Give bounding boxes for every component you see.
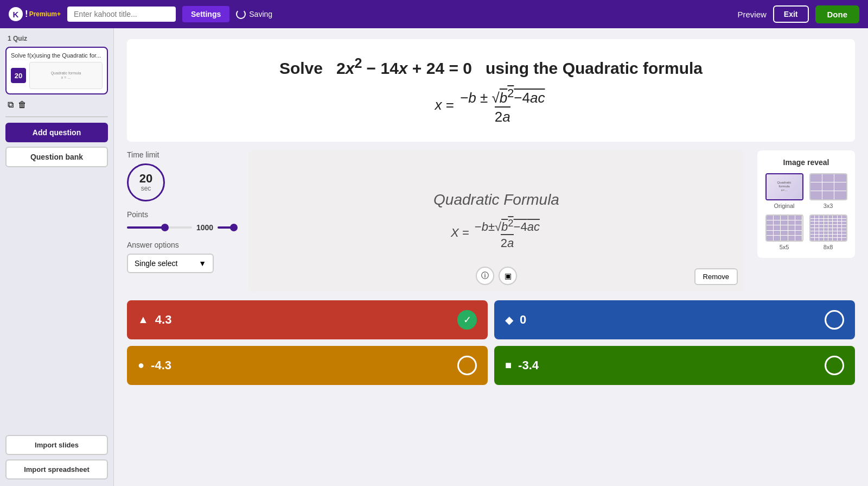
answer-left-2: ◆ 0	[505, 313, 526, 327]
checkmark-icon: ✓	[463, 314, 471, 326]
slider-track-right[interactable]	[218, 226, 234, 229]
time-unit: sec	[141, 185, 151, 192]
answer-text-3: -4.3	[151, 358, 171, 373]
copy-icon[interactable]: ⧉	[8, 100, 14, 110]
saving-indicator: Saving	[236, 9, 272, 19]
slider-thumb-right[interactable]	[230, 224, 238, 231]
question-bank-button[interactable]: Question bank	[5, 147, 108, 167]
controls-row: Time limit 20 sec Points 1000	[127, 150, 855, 292]
answers-grid: ▲ 4.3 ✓ ◆ 0 ● -4.3	[127, 300, 855, 385]
formula-image: Quadratic Formula X = −b±√b2−4ac 2a	[433, 191, 559, 250]
answer-check-2[interactable]	[825, 310, 844, 330]
question-box: Solve 2x2 − 14x + 24 = 0 using the Quadr…	[127, 39, 855, 142]
image-container: Quadratic Formula X = −b±√b2−4ac 2a ⓘ ▣ …	[248, 150, 744, 292]
controls-left: Time limit 20 sec Points 1000	[127, 150, 235, 273]
slider-thumb[interactable]	[161, 224, 169, 231]
time-limit-group: Time limit 20 sec	[127, 150, 235, 201]
logo-k-icon: K	[9, 7, 23, 21]
answer-left-3: ● -4.3	[138, 358, 171, 373]
quiz-label: 1 Quiz	[5, 35, 108, 42]
slider-track[interactable]	[127, 226, 192, 229]
logo-text: !	[25, 9, 28, 20]
question-card-preview: 20 Quadratic formulax = ...	[11, 62, 103, 89]
remove-button[interactable]: Remove	[694, 268, 738, 285]
answer-text-4: -3.4	[518, 358, 539, 373]
logo-premium-label: Premium+	[29, 10, 61, 18]
import-spreadsheet-button[interactable]: Import spreadsheet	[5, 459, 108, 479]
circle-icon: ●	[138, 359, 144, 371]
delete-icon[interactable]: 🗑	[18, 100, 27, 110]
reveal-label-3x3: 3x3	[824, 203, 833, 209]
points-value: 1000	[196, 223, 213, 232]
points-group: Points 1000	[127, 210, 235, 232]
sidebar-icon-row: ⧉ 🗑	[5, 99, 108, 111]
answer-card-3[interactable]: ● -4.3	[127, 346, 488, 385]
info-icon-button[interactable]: ⓘ	[476, 267, 494, 285]
answer-check-1[interactable]: ✓	[457, 310, 477, 330]
reveal-option-original[interactable]: Quadraticformulax=... Original	[765, 173, 803, 209]
reveal-3x3-grid	[810, 174, 846, 199]
answer-card-1[interactable]: ▲ 4.3 ✓	[127, 300, 488, 339]
header-right: Preview Exit Done	[737, 5, 859, 23]
square-icon: ■	[505, 359, 512, 371]
reveal-thumb-5x5	[765, 214, 803, 242]
sidebar-divider	[5, 116, 108, 117]
settings-button[interactable]: Settings	[182, 6, 229, 22]
answer-check-4[interactable]	[825, 356, 844, 375]
time-limit-label: Time limit	[127, 150, 235, 159]
preview-link[interactable]: Preview	[737, 10, 766, 19]
time-value: 20	[139, 173, 152, 185]
answer-options-select[interactable]: Single select ▼	[127, 254, 214, 273]
formula-image-title: Quadratic Formula	[433, 191, 559, 209]
answer-options-value: Single select	[135, 259, 177, 268]
kahoot-title-input[interactable]	[67, 7, 176, 22]
formula-image-math: X = −b±√b2−4ac 2a	[433, 217, 559, 250]
reveal-thumb-3x3	[809, 173, 847, 200]
card-number: 20	[11, 68, 26, 83]
crop-icon-button[interactable]: ▣	[499, 267, 517, 285]
reveal-title: Image reveal	[765, 158, 847, 167]
add-question-button[interactable]: Add question	[5, 123, 108, 142]
diamond-icon: ◆	[505, 313, 513, 326]
card-thumbnail: Quadratic formulax = ...	[29, 62, 103, 89]
answer-options-label: Answer options	[127, 241, 235, 249]
reveal-option-8x8[interactable]: 8x8	[809, 214, 847, 250]
answer-left-1: ▲ 4.3	[138, 313, 171, 327]
saving-spinner-icon	[236, 9, 246, 19]
import-slides-button[interactable]: Import slides	[5, 435, 108, 455]
reveal-5x5-grid	[767, 216, 802, 241]
header: K ! Premium+ Settings Saving Preview Exi…	[0, 0, 868, 28]
time-circle[interactable]: 20 sec	[127, 163, 165, 201]
answer-check-3[interactable]	[457, 356, 477, 375]
formula-text: x = −b ± √b2−4ac 2a	[435, 86, 547, 125]
reveal-original-img: Quadraticformulax=...	[767, 174, 802, 199]
sidebar: 1 Quiz Solve f(x)using the Quadratic for…	[0, 28, 114, 486]
answer-text-1: 4.3	[155, 313, 172, 327]
reveal-8x8-grid	[810, 216, 846, 241]
done-button[interactable]: Done	[815, 5, 860, 23]
sidebar-bottom: Import slides Import spreadsheet	[5, 435, 108, 479]
answer-card-4[interactable]: ■ -3.4	[494, 346, 855, 385]
exit-button[interactable]: Exit	[773, 5, 809, 23]
answer-card-2[interactable]: ◆ 0	[494, 300, 855, 339]
points-slider: 1000	[127, 223, 235, 232]
logo: K ! Premium+	[9, 7, 61, 21]
answer-left-4: ■ -3.4	[505, 358, 539, 373]
question-text: Solve 2x2 − 14x + 24 = 0 using the Quadr…	[279, 55, 703, 78]
reveal-label-original: Original	[774, 203, 795, 209]
answer-options-group: Answer options Single select ▼	[127, 241, 235, 273]
saving-label: Saving	[249, 10, 272, 18]
reveal-grid: Quadraticformulax=... Original	[765, 173, 847, 250]
image-controls: ⓘ ▣	[476, 267, 517, 285]
points-label: Points	[127, 210, 235, 219]
reveal-thumb-original: Quadraticformulax=...	[765, 173, 803, 200]
main-content: Solve 2x2 − 14x + 24 = 0 using the Quadr…	[114, 28, 868, 486]
image-reveal-panel: Image reveal Quadraticformulax=... Origi…	[757, 150, 855, 258]
reveal-option-5x5[interactable]: 5x5	[765, 214, 803, 250]
triangle-icon: ▲	[138, 313, 149, 326]
reveal-option-3x3[interactable]: 3x3	[809, 173, 847, 209]
question-card-title: Solve f(x)using the Quadratic for...	[11, 52, 103, 59]
question-card[interactable]: Solve f(x)using the Quadratic for... 20 …	[5, 47, 108, 94]
reveal-thumb-8x8	[809, 214, 847, 242]
slider-fill	[127, 226, 166, 229]
